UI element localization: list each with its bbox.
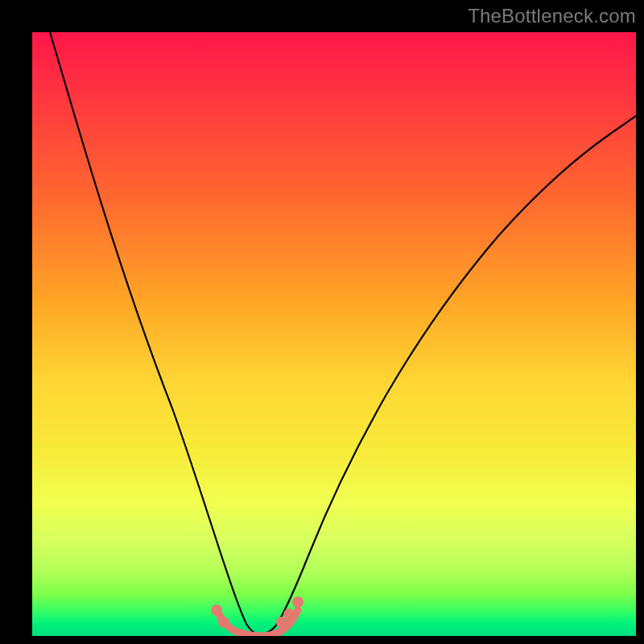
optimal-marker <box>211 605 222 616</box>
optimal-marker <box>283 609 295 620</box>
optimal-marker <box>292 597 303 608</box>
optimal-marker <box>218 617 229 628</box>
bottleneck-curve <box>50 32 636 634</box>
watermark-text: TheBottleneck.com <box>468 5 636 27</box>
bottleneck-curve-svg <box>32 32 636 636</box>
chart-frame: TheBottleneck.com <box>0 0 644 644</box>
plot-area <box>32 32 636 636</box>
